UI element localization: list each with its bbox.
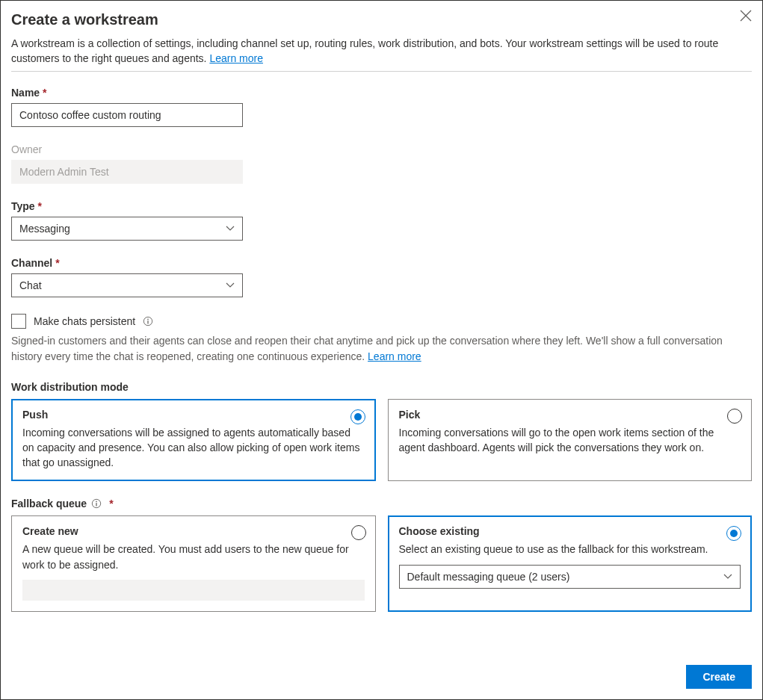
pick-desc: Incoming conversations will go to the op… [399, 425, 741, 456]
create-radio[interactable] [351, 525, 366, 540]
persistent-learn-more-link[interactable]: Learn more [368, 350, 421, 362]
create-queue-name-input-disabled [22, 580, 365, 601]
type-dropdown[interactable]: Messaging [11, 217, 243, 241]
field-type: Type * Messaging [11, 200, 752, 241]
learn-more-link[interactable]: Learn more [209, 52, 263, 64]
field-name: Name * [11, 87, 752, 127]
create-workstream-dialog: Create a workstream A workstream is a co… [0, 0, 763, 700]
channel-value: Chat [19, 279, 42, 291]
dialog-footer: Create [11, 665, 752, 689]
existing-radio[interactable] [726, 526, 741, 541]
channel-label-text: Channel [11, 257, 52, 269]
svg-rect-4 [148, 320, 149, 323]
channel-dropdown[interactable]: Chat [11, 273, 243, 297]
fallback-create-card[interactable]: Create new A new queue will be created. … [11, 515, 376, 612]
distribution-push-card[interactable]: Push Incoming conversations will be assi… [11, 399, 376, 482]
required-marker: * [109, 498, 113, 509]
owner-input [11, 160, 243, 184]
push-title: Push [22, 409, 365, 421]
field-owner: Owner [11, 143, 752, 184]
push-desc: Incoming conversations will be assigned … [22, 425, 365, 471]
chevron-down-icon [723, 572, 732, 581]
dialog-description: A workstream is a collection of settings… [11, 36, 752, 72]
required-marker: * [38, 200, 42, 212]
persistent-row: Make chats persistent [11, 314, 752, 329]
close-icon[interactable] [740, 10, 752, 22]
distribution-cards: Push Incoming conversations will be assi… [11, 399, 752, 482]
description-text: A workstream is a collection of settings… [11, 37, 718, 64]
field-channel: Channel * Chat [11, 257, 752, 297]
distribution-pick-card[interactable]: Pick Incoming conversations will go to t… [388, 399, 753, 482]
persistent-label: Make chats persistent [34, 315, 135, 327]
field-persistent: Make chats persistent Signed-in customer… [11, 314, 752, 365]
channel-label: Channel * [11, 257, 752, 269]
persistent-checkbox[interactable] [11, 314, 26, 329]
create-title: Create new [22, 525, 365, 537]
svg-point-6 [96, 501, 97, 503]
pick-title: Pick [399, 409, 741, 421]
create-desc: A new queue will be created. You must ad… [22, 542, 365, 572]
required-marker: * [43, 87, 46, 99]
persistent-helper-text: Signed-in customers and their agents can… [11, 335, 723, 362]
fallback-label-text: Fallback queue [11, 498, 87, 509]
existing-title: Choose existing [399, 525, 741, 537]
chevron-down-icon [226, 224, 235, 233]
pick-radio[interactable] [727, 409, 742, 424]
dialog-title: Create a workstream [11, 11, 158, 28]
svg-rect-7 [96, 504, 97, 507]
push-radio[interactable] [350, 409, 365, 424]
required-marker: * [55, 257, 59, 269]
type-label-text: Type [11, 200, 35, 212]
dialog-header: Create a workstream [11, 8, 752, 36]
distribution-label: Work distribution mode [11, 381, 752, 393]
fallback-cards: Create new A new queue will be created. … [11, 515, 752, 612]
info-icon[interactable] [91, 498, 102, 509]
existing-desc: Select an existing queue to use as the f… [399, 542, 741, 557]
persistent-helper: Signed-in customers and their agents can… [11, 333, 752, 365]
chevron-down-icon [226, 281, 235, 290]
existing-queue-dropdown[interactable]: Default messaging queue (2 users) [399, 565, 741, 589]
name-label-text: Name [11, 87, 40, 99]
svg-point-3 [147, 318, 149, 320]
info-icon[interactable] [143, 316, 153, 326]
fallback-existing-card[interactable]: Choose existing Select an existing queue… [388, 515, 753, 612]
name-label: Name * [11, 87, 752, 99]
form-body: Name * Owner Type * Messaging Channel [11, 87, 752, 628]
field-fallback: Fallback queue * Create new A new queue … [11, 498, 752, 612]
name-input[interactable] [11, 103, 243, 127]
owner-label: Owner [11, 143, 752, 155]
type-value: Messaging [19, 223, 70, 235]
fallback-label: Fallback queue * [11, 498, 752, 509]
existing-queue-value: Default messaging queue (2 users) [407, 571, 570, 583]
type-label: Type * [11, 200, 752, 212]
create-button[interactable]: Create [686, 665, 752, 689]
field-distribution: Work distribution mode Push Incoming con… [11, 381, 752, 482]
